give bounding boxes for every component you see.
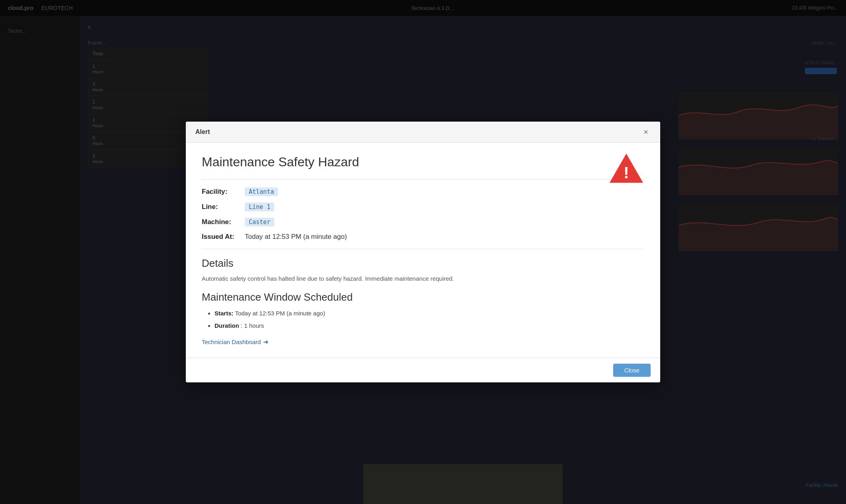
starts-item: Starts: Today at 12:53 PM (a minute ago) <box>214 309 644 318</box>
maint-window-title: Maintenance Window Scheduled <box>202 291 644 303</box>
details-text: Automatic safety control has halted line… <box>202 274 644 284</box>
facility-row: Facility: Atlanta <box>202 187 644 196</box>
modal-footer: Close <box>186 358 660 382</box>
warning-icon: ! <box>608 152 644 184</box>
duration-value: 1 hours <box>244 322 264 329</box>
modal-close-button[interactable]: × <box>641 127 651 137</box>
starts-value: Today at 12:53 PM (a minute ago) <box>235 310 325 317</box>
facility-label: Facility: <box>202 188 242 196</box>
line-label: Line: <box>202 203 242 211</box>
machine-label: Machine: <box>202 218 242 226</box>
modal-header-title: Alert <box>195 128 210 136</box>
line-row: Line: Line 1 <box>202 203 644 211</box>
dashboard-link-arrow: ➔ <box>263 338 268 346</box>
modal-body: ! Maintenance Safety Hazard Facility: At… <box>186 143 660 358</box>
alert-modal: Alert × ! Maintenance Safety Hazard Faci… <box>186 122 660 383</box>
divider-2 <box>202 249 644 249</box>
machine-value: Caster <box>245 218 274 226</box>
facility-value: Atlanta <box>245 187 278 196</box>
issued-value: Today at 12:53 PM (a minute ago) <box>245 233 347 241</box>
machine-row: Machine: Caster <box>202 218 644 226</box>
duration-label: Duration <box>214 322 239 329</box>
maint-window-list: Starts: Today at 12:53 PM (a minute ago)… <box>202 309 644 330</box>
modal-header: Alert × <box>186 122 660 143</box>
divider-1 <box>202 179 644 179</box>
modal-overlay: Alert × ! Maintenance Safety Hazard Faci… <box>0 0 846 504</box>
issued-at-row: Issued At: Today at 12:53 PM (a minute a… <box>202 233 644 241</box>
alert-main-title: Maintenance Safety Hazard <box>202 155 644 169</box>
duration-separator: : <box>241 322 244 329</box>
duration-item: Duration : 1 hours <box>214 321 644 331</box>
line-value: Line 1 <box>245 203 274 211</box>
starts-label: Starts: <box>214 310 234 317</box>
svg-text:!: ! <box>624 163 629 182</box>
close-button[interactable]: Close <box>613 364 651 377</box>
alert-icon-container: ! <box>608 152 644 186</box>
details-title: Details <box>202 257 644 270</box>
technician-dashboard-link[interactable]: Technician Dashboard ➔ <box>202 338 268 346</box>
dashboard-link-text: Technician Dashboard <box>202 339 261 345</box>
issued-label: Issued At: <box>202 233 242 241</box>
